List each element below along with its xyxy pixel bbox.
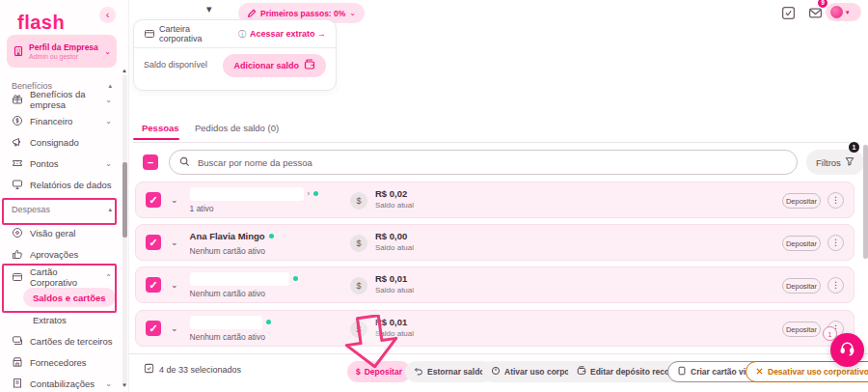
row-menu-button[interactable]: ⋮ [827,235,844,251]
sidebar-item-cartao-corporativo[interactable]: Cartão Corporativo ⌃ [0,266,122,288]
thumbs-up-icon [12,248,23,260]
footer-depositar-button[interactable]: $ Depositar [347,361,411,382]
receipt-icon [12,378,23,389]
active-status-dot [293,276,298,281]
info-icon[interactable]: ⓘ [238,29,246,40]
footer-button-label: Depositar [365,367,402,377]
cards-status: Nenhum cartão ativo [190,289,298,298]
redacted-name [190,187,304,201]
row-checkbox[interactable]: ✓ [146,192,161,208]
sidebar-item-relatorios-de-dados[interactable]: Relatórios de dados [0,174,122,195]
flash-logo: flash [17,12,65,34]
dollar-icon: $ [356,367,361,377]
sidebar-item-consignado[interactable]: Consignado [0,131,122,153]
tabs-divider [133,142,858,143]
depositar-button[interactable]: Depositar [782,193,821,209]
scroll-up-arrow-icon[interactable]: ▲ [122,68,127,73]
sidebar-item-saldos-e-cartoes[interactable]: Saldos e cartões [23,288,116,307]
sidebar-item-label: Saldos e cartões [33,293,106,303]
filters-button[interactable]: Filtros [806,150,864,175]
currency-icon: $ [350,192,367,210]
tab-pessoas[interactable]: Pessoas [142,123,179,133]
sidebar-item-aprovacoes[interactable]: Aprovações [0,243,122,265]
sidebar-item-fornecedores[interactable]: Fornecedores [0,351,122,373]
page-scrollbar-thumb[interactable] [863,145,868,259]
person-row: ✓ ⌄ Ana Flavia Mingo Nenhum cartão ativo… [135,224,854,261]
monitor-icon [12,179,23,190]
row-menu-button[interactable]: ⋮ [827,277,844,294]
depositar-button[interactable]: Depositar [782,322,821,337]
balance-label: Saldo atual [375,329,414,338]
chevron-down-icon[interactable]: ⌄ [171,195,178,205]
cards-status: Nenhum cartão ativo [190,246,274,256]
row-checkbox[interactable]: ✓ [146,277,161,293]
name-tail: › [308,189,311,198]
app-window: flash ‹ Perfil da Empresa Admin ou gesto… [0,0,868,392]
active-status-dot [313,191,318,196]
saldo-disponivel-label: Saldo disponível [144,60,207,77]
company-profile-selector[interactable]: Perfil da Empresa Admin ou gestor ⌄ [7,35,117,68]
tab-pedidos-de-saldo[interactable]: Pedidos de saldo (0) [195,123,279,133]
sidebar-item-label: Pontos [30,158,59,169]
card-icon [144,28,155,40]
balance-value: R$ 0,01 [375,273,414,284]
wallet-icon [577,366,586,378]
balance-label: Saldo atual [375,201,414,210]
select-all-checkbox[interactable]: – [143,154,158,170]
person-row: ✓ ⌄ › 1 ativo $ R$ 0,02 Saldo atual Depo… [135,182,854,218]
user-menu[interactable]: ▾ [826,3,861,21]
cards-status: Nenhum cartão ativo [190,332,271,342]
acessar-extrato-link[interactable]: Acessar extrato → [250,29,326,39]
footer-button-label: Estornar saldo [427,367,485,377]
sidebar: flash ‹ Perfil da Empresa Admin ou gesto… [0,0,129,392]
chevron-down-icon[interactable]: ⌄ [171,323,178,333]
sidebar-scrollbar-thumb[interactable] [122,162,127,238]
chevron-down-icon: ▾ [846,9,850,16]
sidebar-item-contabilizacoes[interactable]: Contabilizações ⌄ [0,373,122,392]
mail-icon[interactable] [808,6,823,20]
sidebar-section-despesas[interactable]: Despesas ▴ [0,199,122,220]
sidebar-item-label: Cartões de terceiros [30,336,113,347]
sidebar-item-financeiro[interactable]: Financeiro ⌄ [0,110,122,131]
chevron-down-icon[interactable]: ⌄ [171,238,178,247]
x-icon [755,367,764,378]
row-checkbox[interactable]: ✓ [146,235,161,250]
sidebar-item-cartoes-de-terceiros[interactable]: Cartões de terceiros [0,330,122,351]
footer-estornar-saldo-button[interactable]: Estornar saldo [405,361,494,382]
search-field[interactable] [169,150,798,175]
row-menu-button[interactable]: ⋮ [827,192,844,209]
sidebar-item-label: Benefícios da empresa [30,89,98,110]
footer-button-label: Desativar uso corporativo [768,367,868,377]
target-icon [12,227,23,238]
header-collapse-caret[interactable]: ▾ [206,3,212,15]
profile-title: Perfil da Empresa [29,42,98,52]
search-icon [179,154,190,171]
support-chat-badge: 1 [823,326,837,341]
currency-icon: $ [350,277,367,294]
sidebar-item-label: Visão geral [30,228,75,238]
row-checkbox[interactable]: ✓ [146,321,161,336]
selected-count-label: 4 de 33 selecionados [159,365,241,375]
search-input[interactable] [196,156,787,169]
card-icon [12,271,23,283]
sidebar-item-pontos[interactable]: Pontos ⌄ [0,153,122,174]
scroll-down-arrow-icon[interactable]: ▼ [122,382,127,388]
chevron-down-icon[interactable]: ⌄ [171,280,178,290]
sidebar-collapse-button[interactable]: ‹ [99,7,116,23]
cards-icon [12,335,23,347]
adicionar-saldo-button[interactable]: Adicionar saldo [223,54,326,77]
sidebar-item-extratos[interactable]: Extratos [0,309,122,330]
sidebar-item-label: Extratos [33,315,67,325]
depositar-button[interactable]: Depositar [782,236,821,251]
undo-icon [414,366,423,378]
depositar-button[interactable]: Depositar [782,278,821,294]
primeiros-passos-label: Primeiros passos: 0% [260,9,345,18]
sidebar-item-label: Contabilizações [30,378,95,389]
chevron-up-icon: ⌃ [105,273,112,282]
tasks-icon[interactable] [781,6,796,20]
store-icon [12,356,23,368]
sidebar-item-label: Cartão Corporativo [30,266,98,288]
funnel-icon [845,156,854,168]
sidebar-item-beneficios-da-empresa[interactable]: Benefícios da empresa ⌄ [0,89,122,110]
sidebar-item-visao-geral[interactable]: Visão geral [0,222,122,243]
